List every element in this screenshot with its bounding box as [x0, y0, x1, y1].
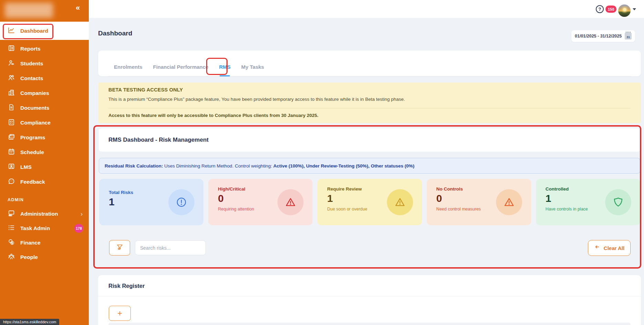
- sidebar-collapse-icon[interactable]: «: [76, 4, 80, 12]
- stat-card-no-controls[interactable]: No Controls 0 Need control measures: [427, 179, 531, 225]
- chevron-down-icon[interactable]: [633, 8, 636, 10]
- notification-badge[interactable]: 150: [605, 6, 616, 13]
- warning-triangle-icon: [496, 189, 522, 215]
- tab-financial-performance[interactable]: Financial Performance: [152, 58, 209, 76]
- sidebar-item-feedback[interactable]: Feedback: [0, 174, 89, 189]
- sidebar-nav: Reports Students Contacts Companies Docu…: [0, 41, 89, 189]
- circle-exclamation-icon: [168, 189, 194, 215]
- sidebar-item-label: Schedule: [20, 149, 44, 155]
- residual-note-intro: Residual Risk Calculation:: [105, 163, 163, 169]
- sidebar-item-label: Students: [20, 61, 43, 67]
- sidebar-item-task-admin[interactable]: Task Admin 178: [0, 221, 89, 236]
- chat-dots-icon: [8, 177, 15, 186]
- student-icon: [8, 59, 15, 68]
- screen-user-icon: [8, 163, 15, 172]
- tabs-card: Enrolments Financial Performance RMS My …: [98, 51, 641, 76]
- sidebar-item-dashboard[interactable]: Dashboard: [0, 22, 89, 40]
- sidebar-item-label: Administration: [20, 211, 58, 217]
- beta-banner-divider: [108, 108, 631, 108]
- beta-banner-text: This is a premium “Compliance Plus” pack…: [108, 97, 405, 102]
- beta-banner-title: BETA TESTING ACCESS ONLY: [108, 87, 183, 93]
- sidebar-item-administration[interactable]: Administration ›: [0, 207, 89, 221]
- desktop-icon: [8, 209, 15, 218]
- tab-enrolments[interactable]: Enrolments: [113, 58, 143, 76]
- tab-rms[interactable]: RMS: [218, 58, 231, 76]
- undo-arrow-icon: [594, 244, 601, 252]
- task-admin-badge: 178: [74, 224, 83, 233]
- checklist-icon: [8, 118, 15, 127]
- sidebar-item-programs[interactable]: Programs: [0, 130, 89, 145]
- funnel-icon: [116, 243, 124, 253]
- avatar[interactable]: [618, 4, 631, 17]
- sidebar-item-people[interactable]: People: [0, 250, 89, 264]
- folders-icon: [8, 133, 15, 142]
- rms-stat-cards: Total Risks 1 High/Critical 0 Requiring …: [99, 179, 640, 225]
- help-icon[interactable]: ?: [596, 5, 604, 13]
- stat-label: High/Critical: [218, 186, 313, 192]
- stat-card-high-critical[interactable]: High/Critical 0 Requiring attention: [208, 179, 313, 225]
- topbar: [89, 0, 644, 18]
- sidebar-item-label: LMS: [20, 164, 32, 170]
- risk-register-title: Risk Register: [108, 283, 145, 289]
- sidebar-item-label: Task Admin: [20, 225, 50, 231]
- date-range-value: 01/01/2025 - 31/12/2025: [575, 34, 622, 39]
- add-risk-button[interactable]: +: [109, 306, 131, 321]
- date-range-picker[interactable]: 01/01/2025 - 31/12/2025 31: [571, 30, 635, 42]
- sidebar-item-contacts[interactable]: Contacts: [0, 71, 89, 86]
- people-icon: [8, 253, 15, 262]
- sidebar-item-label: Contacts: [20, 75, 43, 82]
- stat-card-require-review[interactable]: Require Review 1 Due soon or overdue: [317, 179, 422, 225]
- newspaper-icon: [8, 44, 15, 53]
- stat-label: Require Review: [327, 186, 422, 192]
- sidebar-item-schedule[interactable]: Schedule: [0, 145, 89, 160]
- sidebar-item-label: Companies: [20, 90, 49, 96]
- sidebar-item-companies[interactable]: Companies: [0, 86, 89, 100]
- sidebar: « Dashboard Reports Students Contacts Co…: [0, 0, 89, 325]
- warning-triangle-icon: [277, 189, 304, 215]
- clear-all-button[interactable]: Clear All: [588, 240, 631, 256]
- sidebar-item-finance[interactable]: Finance: [0, 236, 89, 250]
- sidebar-item-compliance[interactable]: Compliance: [0, 115, 89, 130]
- status-url-tooltip: https://sta1sms.eskilleddev.com: [0, 319, 59, 325]
- sidebar-item-lms[interactable]: LMS: [0, 160, 89, 174]
- coins-icon: [8, 238, 15, 247]
- shield-icon: [605, 189, 631, 215]
- search-input[interactable]: [135, 240, 206, 255]
- sidebar-item-label: Dashboard: [20, 28, 48, 34]
- stat-card-controlled[interactable]: Controlled 1 Have controls in place: [536, 179, 640, 225]
- divider: [98, 296, 641, 296]
- chevron-right-icon[interactable]: ›: [81, 210, 83, 218]
- filter-button[interactable]: [109, 240, 130, 256]
- risk-register-card: Risk Register +: [98, 275, 641, 325]
- rms-section-card: RMS Dashboard - Risk Management: [99, 128, 640, 152]
- stat-card-total-risks[interactable]: Total Risks 1: [99, 179, 203, 225]
- warning-triangle-icon: [387, 189, 413, 215]
- table-header-strip: [108, 323, 631, 325]
- calendar-icon[interactable]: 31: [625, 33, 632, 40]
- stat-label: No Controls: [436, 186, 531, 192]
- stat-label: Controlled: [546, 186, 640, 192]
- app-logo: [5, 3, 53, 18]
- tab-my-tasks[interactable]: My Tasks: [241, 58, 265, 76]
- residual-risk-note: Residual Risk Calculation: Uses Diminish…: [99, 158, 640, 174]
- sidebar-admin-header: ADMIN: [8, 197, 24, 202]
- sidebar-item-label: Documents: [20, 105, 49, 111]
- beta-banner-footnote: Access to this feature will only be acce…: [108, 113, 318, 118]
- building-icon: [8, 89, 15, 98]
- sidebar-item-documents[interactable]: Documents: [0, 100, 89, 115]
- sidebar-item-label: Programs: [20, 134, 45, 141]
- page-title: Dashboard: [98, 30, 132, 37]
- calendar-grid-icon: [8, 148, 15, 157]
- sidebar-item-label: Feedback: [20, 179, 45, 185]
- sidebar-item-label: Reports: [20, 46, 41, 52]
- sidebar-item-reports[interactable]: Reports: [0, 41, 89, 56]
- chart-line-icon: [8, 26, 15, 35]
- sidebar-admin-nav: Administration › Task Admin 178 Finance …: [0, 207, 89, 264]
- rms-section-title: RMS Dashboard - Risk Management: [108, 137, 209, 143]
- contacts-icon: [8, 74, 15, 83]
- list-icon: [8, 224, 15, 233]
- beta-banner: BETA TESTING ACCESS ONLY This is a premi…: [98, 83, 641, 123]
- residual-note-weights: Active (100%), Under Review-Testing (50%…: [273, 163, 414, 169]
- clear-all-label: Clear All: [604, 245, 624, 251]
- sidebar-item-students[interactable]: Students: [0, 56, 89, 71]
